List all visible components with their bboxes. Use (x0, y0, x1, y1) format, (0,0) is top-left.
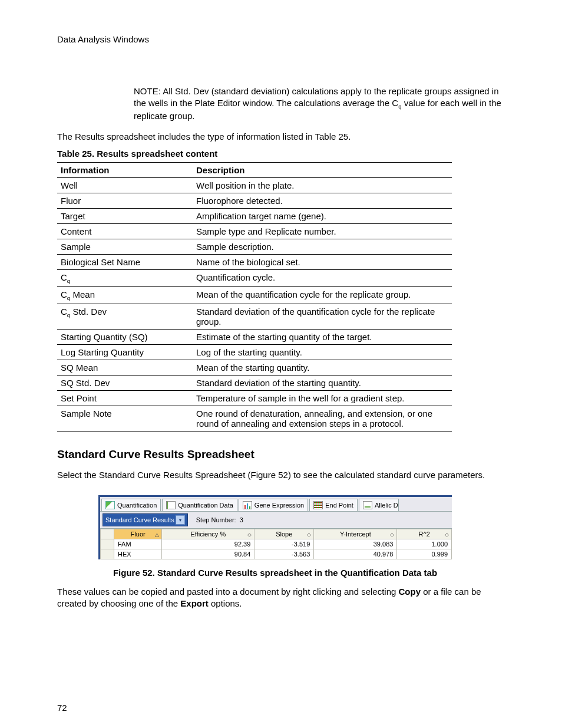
cell-slope[interactable]: -3.519 (254, 539, 314, 549)
col-label: Efficiency % (190, 531, 226, 538)
info-cell: Starting Quantity (SQ) (57, 329, 193, 344)
table-row: Cq MeanMean of the quantification cycle … (57, 286, 452, 304)
info-cell: Sample (57, 239, 193, 254)
info-cell: Content (57, 223, 193, 239)
grid-row[interactable]: HEX90.84-3.56340.9780.999 (101, 549, 452, 559)
page-number: 72 (57, 703, 67, 713)
col-efficiency[interactable]: Efficiency % ◇ (162, 529, 254, 539)
info-cell: Cq Std. Dev (57, 304, 193, 329)
info-cell: Target (57, 208, 193, 223)
info-cell: Biological Set Name (57, 254, 193, 269)
info-cell: Cq (57, 269, 193, 286)
bars-icon (243, 501, 252, 509)
col-r2[interactable]: R^2 ◇ (397, 529, 452, 539)
tab-end-point[interactable]: End Point (309, 499, 358, 511)
cell-r2[interactable]: 0.999 (397, 549, 452, 559)
results-grid[interactable]: Fluor △ Efficiency % ◇ Slope ◇ Y-Inter (100, 529, 452, 559)
table-row: CqQuantification cycle. (57, 269, 452, 286)
table25: Information Description WellWell positio… (57, 162, 452, 431)
results-dropdown[interactable]: Standard Curve Results ▾ (103, 513, 188, 526)
tab-allelic[interactable]: Allelic D (359, 499, 399, 511)
info-cell: Fluor (57, 193, 193, 208)
sheet-icon (166, 501, 176, 509)
tab-label: Allelic D (375, 502, 398, 509)
sort-icon: ◇ (390, 532, 394, 538)
dots-icon (313, 501, 323, 509)
plot-icon (363, 501, 372, 509)
table-row: TargetAmplification target name (gene). (57, 208, 452, 223)
cell-slope[interactable]: -3.563 (254, 549, 314, 559)
closing-bold-export: Export (180, 598, 209, 608)
sort-asc-icon: △ (155, 532, 159, 538)
tab-label: Quantification Data (178, 502, 233, 509)
figure-toolbar: Standard Curve Results ▾ Step Number: 3 (100, 512, 452, 529)
grid-corner (101, 529, 114, 539)
desc-cell: Estimate of the starting quantity of the… (193, 329, 452, 344)
tab-quantification[interactable]: Quantification (101, 499, 161, 511)
col-label: Slope (276, 531, 292, 538)
info-cell: Set Point (57, 390, 193, 406)
row-header[interactable] (101, 539, 114, 549)
col-label: Fluor (131, 531, 146, 538)
desc-cell: Mean of the quantification cycle for the… (193, 286, 452, 304)
col-fluor[interactable]: Fluor △ (114, 529, 162, 539)
col-slope[interactable]: Slope ◇ (254, 529, 314, 539)
info-cell: Log Starting Quantity (57, 344, 193, 360)
note-block: NOTE: All Std. Dev (standard deviation) … (134, 85, 511, 123)
dropdown-label: Standard Curve Results (105, 516, 174, 523)
info-cell: SQ Mean (57, 360, 193, 375)
running-header: Data Analysis Windows (57, 34, 511, 44)
tab-bar: Quantification Quantification Data Gene … (100, 497, 452, 512)
cell-fluor[interactable]: HEX (114, 549, 162, 559)
table25-head-info: Information (57, 162, 193, 177)
desc-cell: Quantification cycle. (193, 269, 452, 286)
cell-yint[interactable]: 39.083 (314, 539, 397, 549)
cell-yint[interactable]: 40.978 (314, 549, 397, 559)
table-row: SQ Std. DevStandard deviation of the sta… (57, 375, 452, 390)
table-row: ContentSample type and Replicate number. (57, 223, 452, 239)
cell-fluor[interactable]: FAM (114, 539, 162, 549)
tab-gene-expression[interactable]: Gene Expression (239, 499, 308, 511)
step-label: Step Number: (196, 516, 236, 523)
col-label: R^2 (419, 531, 430, 538)
step-number: Step Number: 3 (196, 516, 243, 523)
table25-caption: Table 25. Results spreadsheet content (57, 149, 511, 159)
desc-cell: Fluorophore detected. (193, 193, 452, 208)
desc-cell: Well position in the plate. (193, 177, 452, 193)
desc-cell: Name of the biological set. (193, 254, 452, 269)
step-value: 3 (240, 516, 243, 523)
info-cell: Cq Mean (57, 286, 193, 304)
tab-label: Gene Expression (254, 502, 304, 509)
table-row: WellWell position in the plate. (57, 177, 452, 193)
figure-caption: Figure 52. Standard Curve Results spread… (98, 568, 452, 578)
grid-row[interactable]: FAM92.39-3.51939.0831.000 (101, 539, 452, 549)
cell-r2[interactable]: 1.000 (397, 539, 452, 549)
row-header[interactable] (101, 549, 114, 559)
desc-cell: Sample description. (193, 239, 452, 254)
table-row: SampleSample description. (57, 239, 452, 254)
tab-label: End Point (325, 502, 353, 509)
desc-cell: Standard deviation of the quantification… (193, 304, 452, 329)
cell-eff[interactable]: 90.84 (162, 549, 254, 559)
table-row: Sample NoteOne round of denaturation, an… (57, 406, 452, 431)
table25-head-desc: Description (193, 162, 452, 177)
table-row: Log Starting QuantityLog of the starting… (57, 344, 452, 360)
desc-cell: Standard deviation of the starting quant… (193, 375, 452, 390)
table-row: Set PointTemperature of sample in the we… (57, 390, 452, 406)
col-yintercept[interactable]: Y-Intercept ◇ (314, 529, 397, 539)
closing-post: options. (209, 598, 242, 608)
cell-eff[interactable]: 92.39 (162, 539, 254, 549)
sort-icon: ◇ (445, 532, 449, 538)
info-cell: Well (57, 177, 193, 193)
tab-quantification-data[interactable]: Quantification Data (162, 499, 237, 511)
desc-cell: Sample type and Replicate number. (193, 223, 452, 239)
curve-icon (105, 501, 115, 509)
sort-icon: ◇ (307, 532, 311, 538)
info-cell: Sample Note (57, 406, 193, 431)
desc-cell: Amplification target name (gene). (193, 208, 452, 223)
table-row: FluorFluorophore detected. (57, 193, 452, 208)
table-row: Biological Set NameName of the biologica… (57, 254, 452, 269)
desc-cell: Log of the starting quantity. (193, 344, 452, 360)
intro-text: The Results spreadsheet includes the typ… (57, 131, 511, 143)
sort-icon: ◇ (247, 532, 252, 538)
